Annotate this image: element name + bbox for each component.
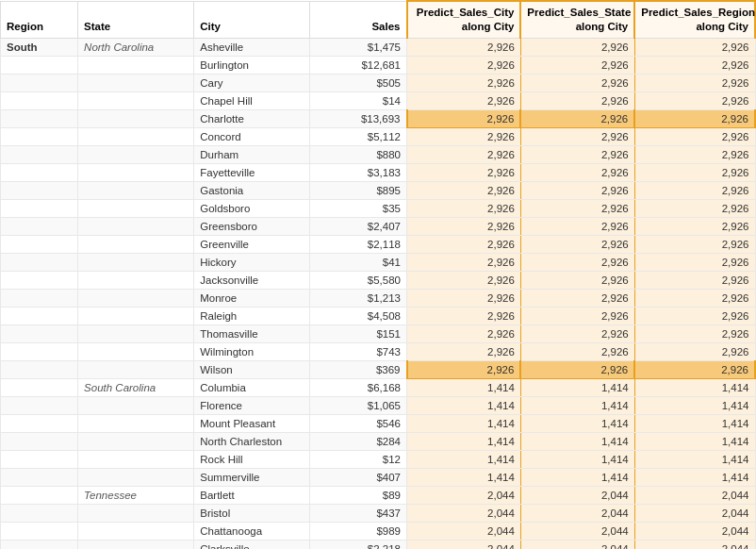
city-cell: Wilson: [194, 360, 310, 378]
state-cell: South Carolina: [78, 378, 194, 396]
pred3-cell: 2,044: [634, 504, 755, 522]
pred1-cell: 2,926: [407, 360, 521, 378]
sales-cell: $1,475: [310, 38, 407, 56]
city-cell: Chattanooga: [194, 522, 310, 540]
region-cell: [1, 504, 78, 522]
pred2-cell: 2,926: [520, 145, 634, 163]
pred3-cell: 2,926: [634, 289, 755, 307]
city-cell: Chapel Hill: [194, 92, 310, 109]
pred2-cell: 1,414: [520, 450, 634, 468]
sales-cell: $2,118: [310, 235, 407, 253]
pred2-cell: 1,414: [520, 432, 634, 450]
city-cell: Goldsboro: [194, 199, 310, 217]
pred2-cell: 2,044: [520, 540, 634, 549]
pred1-cell: 1,414: [407, 378, 521, 396]
region-cell: [1, 414, 78, 432]
region-cell: [1, 324, 78, 342]
state-cell: [78, 450, 194, 468]
region-cell: [1, 450, 78, 468]
pred2-cell: 2,044: [520, 486, 634, 504]
sales-cell: $12,681: [310, 56, 407, 74]
sales-cell: $2,407: [310, 217, 407, 235]
sales-cell: $407: [310, 468, 407, 486]
city-cell: Fayetteville: [194, 163, 310, 181]
city-cell: Burlington: [194, 56, 310, 74]
pred2-cell: 2,926: [520, 235, 634, 253]
sales-cell: $6,168: [310, 378, 407, 396]
pred2-cell: 2,926: [520, 127, 634, 145]
city-cell: Florence: [194, 396, 310, 414]
region-cell: [1, 74, 78, 92]
pred2-cell: 2,926: [520, 342, 634, 360]
state-cell: [78, 360, 194, 378]
pred1-cell: 1,414: [407, 414, 521, 432]
sales-cell: $546: [310, 414, 407, 432]
pred1-cell: 2,926: [407, 109, 521, 127]
data-table: Region State City Sales Predict_Sales_Ci…: [0, 0, 756, 549]
city-cell: Monroe: [194, 289, 310, 307]
col-header-city: City: [194, 1, 310, 38]
pred1-cell: 2,044: [407, 504, 521, 522]
sales-cell: $5,112: [310, 127, 407, 145]
state-cell: [78, 271, 194, 289]
region-cell: [1, 181, 78, 199]
city-cell: Hickory: [194, 253, 310, 271]
region-cell: [1, 522, 78, 540]
pred1-cell: 2,926: [407, 253, 521, 271]
pred2-cell: 2,926: [520, 181, 634, 199]
pred2-cell: 2,926: [520, 199, 634, 217]
pred2-cell: 1,414: [520, 378, 634, 396]
pred1-cell: 2,926: [407, 92, 521, 109]
city-cell: Clarksville: [194, 540, 310, 549]
pred1-cell: 1,414: [407, 396, 521, 414]
state-cell: [78, 307, 194, 324]
pred2-cell: 2,926: [520, 360, 634, 378]
sales-cell: $895: [310, 181, 407, 199]
state-cell: [78, 396, 194, 414]
region-cell: [1, 378, 78, 396]
pred2-cell: 1,414: [520, 396, 634, 414]
sales-cell: $505: [310, 74, 407, 92]
pred1-cell: 1,414: [407, 432, 521, 450]
pred1-cell: 2,926: [407, 324, 521, 342]
region-cell: [1, 540, 78, 549]
pred2-cell: 2,926: [520, 38, 634, 56]
pred1-cell: 2,926: [407, 342, 521, 360]
state-cell: [78, 127, 194, 145]
pred3-cell: 2,926: [634, 109, 755, 127]
pred1-cell: 2,926: [407, 289, 521, 307]
state-cell: [78, 432, 194, 450]
region-cell: [1, 342, 78, 360]
pred3-cell: 1,414: [634, 432, 755, 450]
pred1-cell: 1,414: [407, 450, 521, 468]
city-cell: Thomasville: [194, 324, 310, 342]
sales-cell: $2,218: [310, 540, 407, 549]
region-cell: [1, 468, 78, 486]
pred3-cell: 2,044: [634, 486, 755, 504]
pred3-cell: 2,926: [634, 253, 755, 271]
city-cell: Concord: [194, 127, 310, 145]
pred2-cell: 2,926: [520, 289, 634, 307]
pred3-cell: 2,044: [634, 522, 755, 540]
city-cell: Bristol: [194, 504, 310, 522]
pred1-cell: 2,044: [407, 522, 521, 540]
sales-cell: $4,508: [310, 307, 407, 324]
pred1-cell: 2,926: [407, 199, 521, 217]
city-cell: Jacksonville: [194, 271, 310, 289]
region-cell: [1, 486, 78, 504]
region-cell: [1, 432, 78, 450]
pred3-cell: 2,926: [634, 163, 755, 181]
pred3-cell: 2,926: [634, 181, 755, 199]
state-cell: [78, 109, 194, 127]
region-cell: [1, 271, 78, 289]
pred2-cell: 1,414: [520, 468, 634, 486]
state-cell: [78, 468, 194, 486]
pred2-cell: 2,926: [520, 307, 634, 324]
pred1-cell: 2,926: [407, 217, 521, 235]
pred1-cell: 2,044: [407, 540, 521, 549]
pred3-cell: 2,926: [634, 145, 755, 163]
city-cell: Raleigh: [194, 307, 310, 324]
pred2-cell: 2,926: [520, 217, 634, 235]
pred2-cell: 1,414: [520, 414, 634, 432]
city-cell: Bartlett: [194, 486, 310, 504]
